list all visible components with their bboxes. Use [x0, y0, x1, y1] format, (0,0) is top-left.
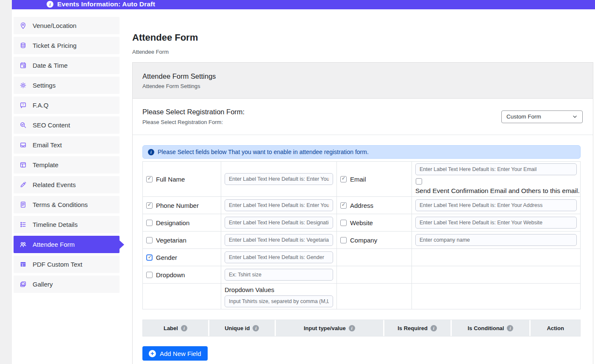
- registration-label: Please Select Registration Form:: [142, 108, 245, 116]
- svg-text:?: ?: [22, 103, 24, 107]
- sidebar-item-template[interactable]: Template: [14, 156, 120, 174]
- info-icon[interactable]: [349, 325, 355, 331]
- address-label: Address: [350, 202, 373, 209]
- settings-sidebar: Venue/Location Ticket & Pricing Date & T…: [14, 17, 120, 295]
- sidebar-item-settings[interactable]: Settings: [14, 77, 120, 94]
- add-new-field-button[interactable]: Add New Field: [142, 346, 208, 361]
- sidebar-item-label: PDF Custom Text: [33, 261, 82, 268]
- email-label: Email: [350, 176, 366, 183]
- info-alert-text: Please Select fields below That you want…: [158, 149, 369, 155]
- column-header-input-type: Input type/value: [276, 320, 384, 336]
- phone-checkbox[interactable]: [146, 202, 153, 209]
- send-confirmation-checkbox[interactable]: [416, 178, 422, 185]
- company-checkbox[interactable]: [340, 237, 347, 243]
- vegetarian-checkbox[interactable]: [146, 237, 153, 243]
- sidebar-item-date-time[interactable]: Date & Time: [14, 57, 120, 74]
- table-row: Gender: [143, 249, 581, 266]
- dropdown-values-input[interactable]: [225, 295, 333, 307]
- designation-label-input[interactable]: [225, 217, 333, 229]
- calendar-icon: [19, 62, 27, 69]
- full-name-label-input[interactable]: [225, 173, 333, 185]
- info-icon[interactable]: [181, 325, 187, 331]
- sidebar-item-faq[interactable]: ? F.A.Q: [14, 97, 120, 114]
- vegetarian-label: Vegetarian: [156, 237, 186, 244]
- column-header-is-conditional: Is Conditional: [452, 320, 531, 336]
- active-item-arrow: [120, 240, 124, 249]
- table-row: Designation Website: [143, 214, 581, 232]
- company-label: Company: [350, 237, 377, 244]
- attendee-form-panel: Attendee Form Settings Attendee Form Set…: [132, 62, 593, 364]
- gender-label: Gender: [156, 254, 177, 261]
- sidebar-item-venue-location[interactable]: Venue/Location: [14, 17, 120, 34]
- coins-icon: [19, 42, 27, 49]
- table-row: Vegetarian Company: [143, 232, 581, 249]
- sidebar-item-label: Ticket & Pricing: [33, 42, 77, 49]
- info-alert: Please Select fields below That you want…: [142, 145, 581, 159]
- gear-icon: [19, 82, 27, 89]
- registration-form-row: Please Select Registration Form: Please …: [133, 99, 593, 135]
- registration-form-select[interactable]: Custom Form: [501, 110, 583, 123]
- sidebar-item-attendee-form[interactable]: Attendee Form: [14, 236, 120, 253]
- sidebar-item-label: Related Events: [33, 181, 76, 188]
- related-pencil-icon: [19, 181, 27, 188]
- sidebar-item-label: Template: [33, 161, 58, 168]
- faq-bubble-icon: ?: [19, 102, 27, 109]
- column-header-action: Action: [531, 320, 580, 336]
- website-checkbox[interactable]: [340, 220, 347, 226]
- info-icon: [47, 1, 53, 8]
- fields-table: Full Name Email Send Event Confirmation …: [142, 161, 581, 309]
- selected-option: Custom Form: [506, 113, 541, 120]
- sidebar-item-label: Date & Time: [33, 62, 68, 69]
- designation-checkbox[interactable]: [146, 220, 153, 226]
- full-name-label: Full Name: [156, 176, 185, 183]
- gallery-photos-icon: [19, 281, 27, 288]
- page-title: Attendee Form: [132, 32, 593, 43]
- designation-label: Designation: [156, 219, 189, 226]
- email-label-input[interactable]: [415, 163, 577, 175]
- chevron-down-icon: [572, 114, 578, 119]
- dropdown-label-input[interactable]: [225, 269, 333, 281]
- map-pin-icon: [19, 22, 27, 29]
- company-label-input[interactable]: [415, 234, 577, 246]
- fields-section: Please Select fields below That you want…: [133, 135, 593, 364]
- sidebar-item-ticket-pricing[interactable]: Ticket & Pricing: [14, 37, 120, 54]
- info-icon[interactable]: [507, 325, 513, 331]
- plus-circle-icon: [149, 350, 156, 357]
- table-row: Dropdown Values: [143, 284, 581, 309]
- sidebar-item-label: Venue/Location: [33, 22, 76, 29]
- info-icon[interactable]: [431, 325, 437, 331]
- dropdown-checkbox[interactable]: [146, 272, 153, 278]
- address-label-input[interactable]: [415, 199, 577, 211]
- panel-heading: Attendee Form Settings: [142, 72, 583, 80]
- page-header-bar: Events Information: Auto Draft: [12, 0, 595, 9]
- sidebar-item-gallery[interactable]: Gallery: [14, 276, 120, 293]
- full-name-checkbox[interactable]: [146, 176, 153, 182]
- sidebar-item-timeline-details[interactable]: Timeline Details: [14, 216, 120, 233]
- phone-label-input[interactable]: [225, 199, 333, 211]
- column-header-label: Label: [143, 320, 209, 336]
- sidebar-item-pdf-custom-text[interactable]: PDF Custom Text: [14, 256, 120, 273]
- website-label: Website: [350, 219, 373, 226]
- email-checkbox[interactable]: [340, 176, 347, 182]
- vegetarian-label-input[interactable]: [225, 234, 333, 246]
- sidebar-item-seo-content[interactable]: SEO Content: [14, 116, 120, 134]
- document-icon: [19, 201, 27, 208]
- gender-checkbox[interactable]: [146, 254, 153, 261]
- column-header-unique-id: Unique id: [209, 320, 276, 336]
- sidebar-item-terms-conditions[interactable]: Terms & Conditions: [14, 196, 120, 213]
- pdf-table-icon: [19, 261, 27, 268]
- sidebar-item-label: Attendee Form: [33, 241, 75, 248]
- sidebar-item-label: Email Text: [33, 141, 62, 149]
- panel-header: Attendee Form Settings Attendee Form Set…: [133, 63, 593, 99]
- sidebar-item-label: F.A.Q: [33, 102, 49, 109]
- website-label-input[interactable]: [415, 217, 577, 229]
- sidebar-item-email-text[interactable]: Email Text: [14, 136, 120, 154]
- gender-label-input[interactable]: [225, 251, 333, 263]
- sidebar-item-related-events[interactable]: Related Events: [14, 176, 120, 193]
- table-row: Full Name Email Send Event Confirmation …: [143, 162, 581, 197]
- address-checkbox[interactable]: [340, 202, 347, 209]
- column-header-is-required: Is Required: [384, 320, 452, 336]
- info-icon[interactable]: [253, 325, 259, 331]
- template-layout-icon: [19, 161, 27, 168]
- send-confirmation-label: Send Event Confirmation Email and Others…: [415, 187, 577, 195]
